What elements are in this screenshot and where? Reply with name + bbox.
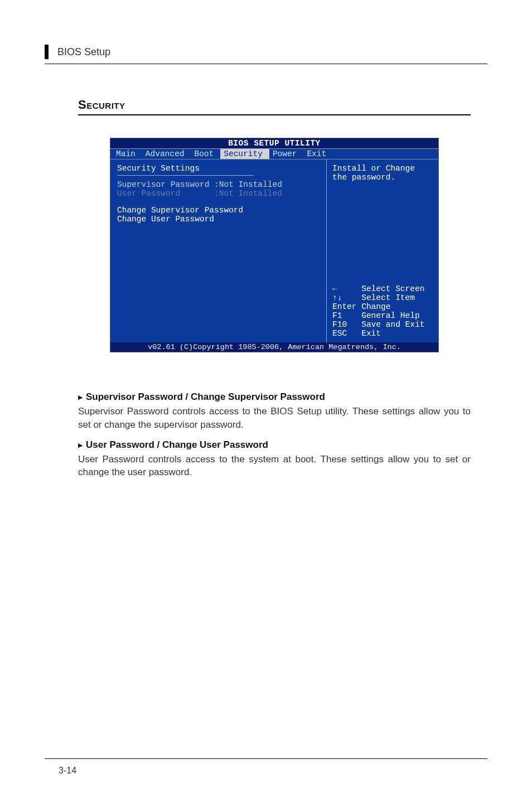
key-label: Select Item [361, 293, 415, 302]
bios-supervisor-row: Supervisor Password :Not Installed [117, 180, 320, 189]
page: BIOS Setup Security BIOS SETUP UTILITY M… [0, 0, 532, 798]
key-enter: Enter [332, 302, 357, 311]
section-rule [78, 114, 471, 115]
key-label: Select Screen [361, 284, 424, 293]
bios-menu-advanced[interactable]: Advanced [142, 149, 191, 159]
bios-menu-boot[interactable]: Boot [191, 149, 220, 159]
bios-right-pane: Install or Change the password. ← Select… [327, 159, 438, 342]
bios-section-heading: Security Settings [117, 164, 320, 173]
key-f10: F10 [332, 320, 347, 329]
bios-menu-exit[interactable]: Exit [303, 149, 333, 159]
key-f1: F1 [332, 311, 342, 320]
triangle-icon: ▶ [78, 394, 83, 400]
key-label: Exit [361, 329, 381, 338]
spacer [117, 198, 320, 206]
bios-menubar: Main Advanced Boot Security Power Exit [110, 149, 438, 159]
description-item: ▶Supervisor Password / Change Supervisor… [78, 391, 471, 432]
bios-supervisor-value: :Not Installed [214, 180, 282, 189]
bios-menu-security[interactable]: Security [220, 149, 269, 159]
key-esc: ESC [332, 329, 347, 338]
key-arrow-left-icon: ← [332, 284, 337, 293]
bios-body: Security Settings Supervisor Password :N… [110, 159, 438, 342]
page-number: 3-14 [59, 766, 76, 776]
bios-user-value: :Not Installed [214, 189, 282, 198]
header-title: BIOS Setup [57, 46, 110, 58]
key-arrows-updown-icon: ↑↓ [332, 293, 342, 302]
item-body-text: Supervisor Password controls access to t… [78, 405, 471, 432]
item-body-text: User Password controls access to the sys… [78, 453, 471, 480]
bios-separator [117, 175, 254, 176]
bios-change-user[interactable]: Change User Password [117, 215, 320, 224]
bios-key-row: Enter Change [332, 302, 433, 311]
bios-screenshot: BIOS SETUP UTILITY Main Advanced Boot Se… [110, 138, 439, 352]
content-area: Security BIOS SETUP UTILITY Main Advance… [45, 98, 487, 479]
bios-footer: v02.61 (C)Copyright 1985-2006, American … [110, 342, 438, 352]
item-heading: ▶Supervisor Password / Change Supervisor… [78, 391, 471, 403]
bios-key-row: ↑↓ Select Item [332, 293, 433, 302]
item-heading-text: Supervisor Password / Change Supervisor … [86, 391, 325, 402]
header-rule [45, 64, 487, 64]
bios-key-row: ESC Exit [332, 329, 433, 338]
bios-key-row: F1 General Help [332, 311, 433, 320]
key-label: Save and Exit [361, 320, 424, 329]
bios-user-row: User Password :Not Installed [117, 189, 320, 198]
key-label: General Help [361, 311, 419, 320]
bios-key-legend: ← Select Screen ↑↓ Select Item Enter Cha… [332, 284, 433, 338]
bios-title: BIOS SETUP UTILITY [110, 138, 438, 149]
bios-menu-main[interactable]: Main [113, 149, 142, 159]
footer-rule [45, 758, 487, 759]
bios-key-row: ← Select Screen [332, 284, 433, 293]
header-bar-icon [45, 45, 49, 59]
bios-menu-power[interactable]: Power [269, 149, 304, 159]
bios-key-row: F10 Save and Exit [332, 320, 433, 329]
item-heading-text: User Password / Change User Password [86, 439, 268, 450]
item-heading: ▶User Password / Change User Password [78, 439, 471, 451]
bios-change-supervisor[interactable]: Change Supervisor Password [117, 206, 320, 215]
bios-user-label: User Password [117, 189, 180, 198]
bios-supervisor-label: Supervisor Password [117, 180, 209, 189]
bios-help-text: Install or Change the password. [332, 164, 433, 182]
section-title: Security [78, 98, 471, 112]
page-header: BIOS Setup [45, 45, 487, 59]
bios-left-pane: Security Settings Supervisor Password :N… [110, 159, 327, 342]
key-label: Change [361, 302, 390, 311]
description-item: ▶User Password / Change User Password Us… [78, 439, 471, 480]
triangle-icon: ▶ [78, 442, 83, 448]
